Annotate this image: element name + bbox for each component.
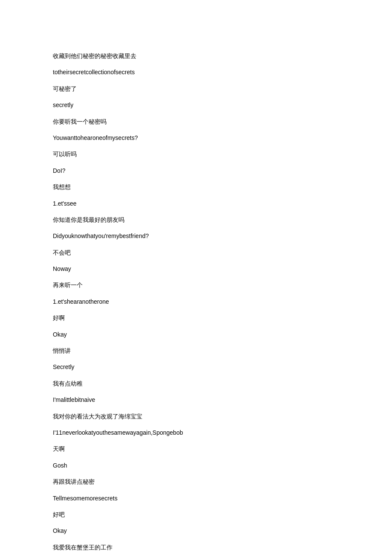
text-line-17: Okay bbox=[53, 330, 339, 339]
text-line-19: Secretly bbox=[53, 362, 339, 372]
text-line-16: 好啊 bbox=[53, 313, 339, 323]
text-line-11: Didyouknowthatyou'remybestfriend? bbox=[53, 231, 339, 241]
text-line-10: 你知道你是我最好的朋友吗 bbox=[53, 215, 339, 224]
content-container: 收藏到他们秘密的秘密收藏里去totheirsecretcollectionofs… bbox=[53, 51, 339, 555]
text-line-21: I'malittlebitnaive bbox=[53, 395, 339, 404]
text-line-1: totheirsecretcollectionofsecrets bbox=[53, 67, 339, 77]
text-line-9: 1.et'ssee bbox=[53, 199, 339, 208]
text-line-5: Youwanttohearoneofmysecrets? bbox=[53, 133, 339, 142]
text-line-8: 我想想 bbox=[53, 182, 339, 192]
text-line-12: 不会吧 bbox=[53, 248, 339, 257]
text-line-6: 可以听吗 bbox=[53, 149, 339, 159]
text-line-14: 再来听一个 bbox=[53, 280, 339, 290]
text-line-13: Noway bbox=[53, 264, 339, 273]
text-line-25: Gosh bbox=[53, 461, 339, 470]
text-line-7: DoI? bbox=[53, 166, 339, 175]
text-line-26: 再跟我讲点秘密 bbox=[53, 477, 339, 486]
text-line-24: 天啊 bbox=[53, 444, 339, 453]
text-line-30: 我爱我在蟹堡王的工作 bbox=[53, 543, 339, 552]
text-line-23: I'11neverlookatyouthesamewayagain,Sponge… bbox=[53, 428, 339, 437]
text-line-28: 好吧 bbox=[53, 510, 339, 519]
text-line-29: Okay bbox=[53, 526, 339, 535]
text-line-22: 我对你的看法大为改观了海绵宝宝 bbox=[53, 412, 339, 421]
text-line-18: 悄悄讲 bbox=[53, 346, 339, 355]
text-line-3: secretly bbox=[53, 100, 339, 110]
text-line-4: 你要听我一个秘密吗 bbox=[53, 117, 339, 126]
text-line-0: 收藏到他们秘密的秘密收藏里去 bbox=[53, 51, 339, 61]
text-line-20: 我有点幼稚 bbox=[53, 379, 339, 388]
text-line-15: 1.et'shearanotherone bbox=[53, 297, 339, 306]
text-line-2: 可秘密了 bbox=[53, 84, 339, 93]
text-line-27: Tellmesomemoresecrets bbox=[53, 494, 339, 503]
